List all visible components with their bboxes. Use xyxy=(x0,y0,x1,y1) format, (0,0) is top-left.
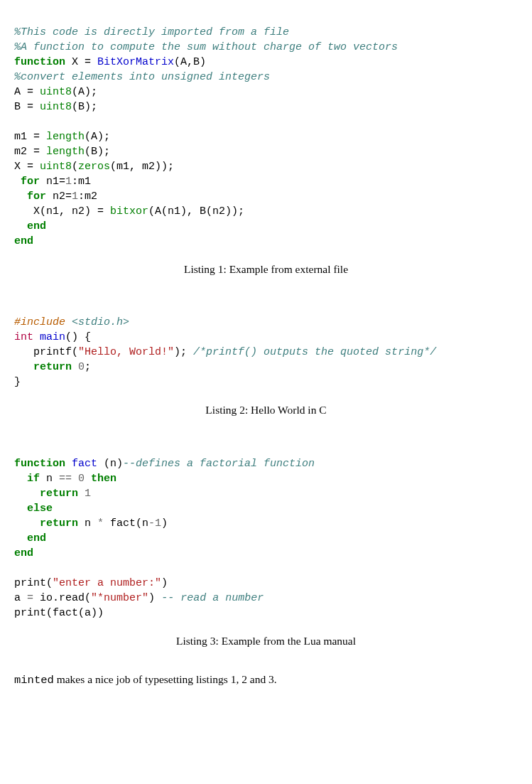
ref-link: 3 xyxy=(268,673,274,685)
code-text xyxy=(85,473,91,485)
code-text: (m1, m2)); xyxy=(110,161,174,173)
code-text xyxy=(78,331,85,343)
builtin: uint8 xyxy=(40,161,72,173)
operator: == xyxy=(59,473,72,485)
code-text xyxy=(33,331,40,343)
code-text: X(n1, n2) = xyxy=(14,205,110,218)
code-text: n1= xyxy=(40,176,65,188)
code-text: ) xyxy=(161,577,168,589)
code-text xyxy=(33,592,40,604)
function-name: fact xyxy=(72,458,97,470)
keyword: then xyxy=(91,473,116,485)
comment: --defines a factorial function xyxy=(123,458,315,470)
builtin: uint8 xyxy=(40,86,72,98)
keyword: return xyxy=(33,361,72,373)
code-text xyxy=(14,176,21,188)
keyword: return xyxy=(40,517,78,530)
string: "enter a number:" xyxy=(53,577,161,589)
code-text: (A); xyxy=(85,131,110,143)
code-text xyxy=(14,346,33,358)
code-text: print(fact(a)) xyxy=(14,607,104,619)
comment-line: %This code is directly imported from a f… xyxy=(14,26,289,38)
code-text: ); xyxy=(174,346,193,358)
string: "Hello, World!" xyxy=(78,346,174,358)
code-text: ; xyxy=(85,361,91,373)
function-name: main xyxy=(40,331,65,343)
string: "*number" xyxy=(91,592,148,604)
keyword: if xyxy=(27,473,40,485)
keyword: for xyxy=(21,176,40,188)
code-text: (B); xyxy=(85,146,110,158)
code-listing-2: #include <stdio.h> int main() { printf("… xyxy=(14,300,518,390)
code-text: ) xyxy=(148,592,155,604)
preprocessor: #include xyxy=(14,316,65,328)
code-text: (n) xyxy=(97,458,123,470)
code-text xyxy=(65,458,72,470)
code-text: ) xyxy=(161,517,168,530)
type: int xyxy=(14,331,33,343)
number: 0 xyxy=(78,473,85,485)
code-text xyxy=(14,532,27,544)
code-listing-3: function fact (n)--defines a factorial f… xyxy=(14,441,518,621)
header: <stdio.h> xyxy=(72,316,129,328)
code-text xyxy=(14,503,27,515)
code-text: () xyxy=(65,331,78,343)
function-name: BitXorMatrix xyxy=(97,56,174,68)
code-text: (A,B) xyxy=(174,56,206,68)
keyword: else xyxy=(27,503,53,515)
code-text: m2 = xyxy=(14,146,46,158)
code-listing-1: %This code is directly imported from a f… xyxy=(14,10,518,249)
body-text: and xyxy=(247,673,268,685)
operator: * xyxy=(97,517,104,530)
body-text: , xyxy=(236,673,241,685)
listing-caption-2: Listing 2: Hello World in C xyxy=(14,402,518,418)
comment-line: %convert elements into unsigned integers xyxy=(14,71,270,83)
listing-caption-3: Listing 3: Example from the Lua manual xyxy=(14,633,518,649)
operator: = xyxy=(27,592,33,604)
code-text: n xyxy=(40,473,59,485)
keyword: function xyxy=(14,458,65,470)
code-text: io.read xyxy=(40,592,85,604)
keyword: end xyxy=(14,235,33,247)
builtin: uint8 xyxy=(40,101,72,113)
operator: - xyxy=(148,517,155,530)
keyword: function xyxy=(14,56,65,68)
code-text xyxy=(78,488,85,500)
code-text: n2= xyxy=(46,190,72,203)
code-text: :m2 xyxy=(78,190,97,203)
builtin: length xyxy=(46,131,85,143)
code-text: B = xyxy=(14,101,40,113)
builtin: bitxor xyxy=(110,205,148,218)
package-name: minted xyxy=(14,674,54,687)
code-text: (A); xyxy=(72,86,97,98)
code-text: (A(n1), B(n2)); xyxy=(148,205,244,218)
code-text: A = xyxy=(14,86,40,98)
keyword: end xyxy=(14,547,33,559)
code-text xyxy=(72,473,78,485)
number: 1 xyxy=(85,488,91,500)
code-text xyxy=(14,488,40,500)
code-text: :m1 xyxy=(72,176,91,188)
keyword: end xyxy=(27,220,46,232)
keyword: end xyxy=(27,532,46,544)
code-text: ( xyxy=(85,592,91,604)
number: 1 xyxy=(65,176,72,188)
code-text: n xyxy=(78,517,97,530)
body-text: . xyxy=(274,673,277,685)
code-text xyxy=(14,517,40,530)
code-text: print( xyxy=(14,577,53,589)
code-text xyxy=(14,361,33,373)
code-text: m1 = xyxy=(14,131,46,143)
comment: -- read a number xyxy=(161,592,264,604)
code-text: printf( xyxy=(33,346,78,358)
code-text: (B); xyxy=(72,101,97,113)
body-paragraph: minted makes a nice job of typesetting l… xyxy=(14,672,518,688)
code-text xyxy=(14,473,27,485)
code-text xyxy=(65,316,72,328)
code-text: X = xyxy=(14,161,40,173)
code-text: } xyxy=(14,376,21,388)
code-text xyxy=(14,190,27,203)
code-text xyxy=(14,220,27,232)
code-text xyxy=(155,592,161,604)
body-text: makes a nice job of typesetting listings xyxy=(54,673,231,685)
